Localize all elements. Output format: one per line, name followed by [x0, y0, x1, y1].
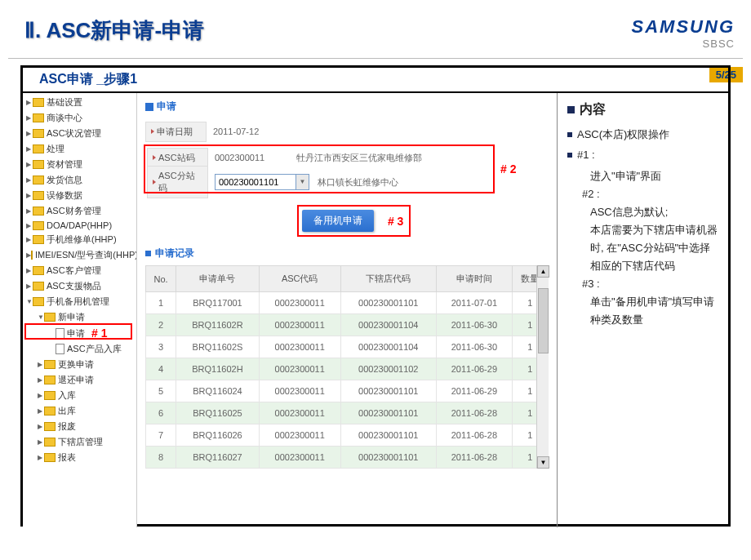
sidebar-item-8[interactable]: ▶DOA/DAP(HHP) — [23, 219, 136, 232]
sidebar-item-19[interactable]: ▶入库 — [23, 388, 136, 403]
table-cell: 0002300011 — [259, 380, 340, 402]
sidebar-item-label: 申请 — [67, 327, 85, 340]
table-row[interactable]: 1BRQ11700100023000110002300011012011-07-… — [146, 292, 549, 314]
sidebar-item-17[interactable]: ▶更换申请 — [23, 357, 136, 372]
sidebar-item-20[interactable]: ▶出库 — [23, 403, 136, 419]
table-cell: 2011-06-28 — [436, 402, 512, 424]
folder-icon — [33, 98, 44, 107]
sidebar-item-18[interactable]: ▶退还申请 — [23, 372, 136, 388]
right-item-1: #1 : — [577, 147, 718, 164]
value-date: 2011-07-12 — [207, 123, 265, 140]
sidebar-item-3[interactable]: ▶处理 — [23, 141, 136, 157]
chevron-down-icon: ▼ — [38, 313, 44, 321]
sidebar-item-label: 处理 — [47, 143, 64, 155]
sidebar-item-label: 资材管理 — [47, 158, 82, 171]
input-asc-sub[interactable] — [215, 174, 296, 190]
sidebar-item-9[interactable]: ▶手机维修单(HHP) — [23, 232, 136, 247]
sidebar-item-15[interactable]: 申请# 1 — [23, 325, 136, 341]
sidebar-item-label: 手机维修单(HHP) — [47, 233, 117, 246]
chevron-right-icon: ▶ — [38, 454, 44, 461]
sidebar-item-label: 发货信息 — [47, 174, 82, 186]
right-sub-1: 进入"申请"界面 — [567, 167, 718, 185]
table-cell: 000230001101 — [340, 402, 436, 424]
folder-icon — [44, 376, 56, 384]
folder-icon — [31, 251, 33, 260]
sidebar-item-label: 更换申请 — [58, 358, 94, 371]
sidebar-item-22[interactable]: ▶下辖店管理 — [23, 434, 136, 450]
scroll-down-button[interactable]: ▼ — [537, 456, 549, 469]
sidebar-item-label: ASC状况管理 — [47, 127, 101, 140]
value-asc-desc: 牡丹江市西安区三优家电维修部 — [290, 149, 429, 167]
page-title: Ⅱ. ASC新申请-申请 — [24, 16, 632, 45]
sidebar-item-16[interactable]: ASC产品入库 — [23, 341, 136, 357]
sidebar-item-2[interactable]: ▶ASC状况管理 — [23, 126, 136, 141]
folder-icon — [33, 160, 44, 169]
chevron-right-icon: ▶ — [38, 392, 44, 399]
sidebar-item-label: IMEI/ESN/型号查询(HHP) — [35, 249, 137, 261]
sidebar-item-label: 下辖店管理 — [58, 436, 103, 448]
table-row[interactable]: 4BRQ11602H00023000110002300011022011-06-… — [146, 358, 549, 380]
sidebar-item-4[interactable]: ▶资材管理 — [23, 157, 136, 172]
table-cell: 000230001104 — [340, 336, 436, 358]
chevron-right-icon: ▶ — [26, 161, 33, 168]
sidebar-item-14[interactable]: ▼新申请 — [23, 309, 136, 325]
scroll-up-button[interactable]: ▲ — [537, 265, 549, 278]
sidebar-item-11[interactable]: ▶ASC客户管理 — [23, 263, 136, 278]
sidebar-item-label: 手机备用机管理 — [47, 296, 109, 308]
sidebar-item-label: ASC产品入库 — [67, 343, 122, 355]
table-cell: 000230001104 — [340, 314, 436, 336]
table-row[interactable]: 7BRQ11602600023000110002300011012011-06-… — [146, 424, 549, 447]
folder-icon — [44, 360, 56, 369]
table-row[interactable]: 8BRQ11602700023000110002300011012011-06-… — [146, 447, 549, 469]
sidebar-item-5[interactable]: ▶发货信息 — [23, 172, 136, 188]
table-row[interactable]: 6BRQ11602500023000110002300011012011-06-… — [146, 402, 549, 424]
chevron-right-icon: ▶ — [26, 114, 33, 122]
table-cell: 2 — [146, 314, 176, 336]
sidebar-item-23[interactable]: ▶报表 — [23, 450, 136, 465]
scrollbar[interactable]: ▲ ▼ — [536, 265, 549, 469]
table-cell: 000230001101 — [340, 292, 436, 314]
table-header: No. — [146, 266, 176, 292]
sidebar-item-12[interactable]: ▶ASC支援物品 — [23, 278, 136, 294]
table-header: 申请单号 — [176, 266, 260, 292]
table-row[interactable]: 2BRQ11602R00023000110002300011042011-06-… — [146, 314, 549, 336]
sidebar-item-7[interactable]: ▶ASC财务管理 — [23, 203, 136, 219]
table-cell: 000230001101 — [340, 380, 436, 402]
chevron-right-icon: ▶ — [26, 267, 33, 274]
chevron-right-icon: ▶ — [26, 130, 33, 137]
folder-icon — [33, 266, 44, 275]
table-row[interactable]: 3BRQ11602S00023000110002300011042011-06-… — [146, 336, 549, 358]
scroll-thumb[interactable] — [538, 288, 549, 353]
table-cell: 8 — [146, 447, 176, 469]
chevron-right-icon: ▶ — [26, 145, 33, 153]
chevron-right-icon: ▶ — [26, 176, 33, 184]
chevron-right-icon: ▶ — [26, 282, 33, 290]
dropdown-button[interactable]: ▼ — [296, 174, 309, 190]
sidebar-item-13[interactable]: ▼手机备用机管理 — [23, 294, 136, 309]
sidebar-item-1[interactable]: ▶商谈中心 — [23, 110, 136, 126]
sidebar-item-21[interactable]: ▶报废 — [23, 419, 136, 434]
table-cell: BRQ116025 — [176, 402, 260, 424]
folder-icon — [33, 221, 44, 230]
right-sub-2b: 本店需要为下辖店申请机器时, 在"ASC分站码"中选择相应的下辖店代码 — [567, 221, 718, 275]
table-row[interactable]: 5BRQ11602400023000110002300011012011-06-… — [146, 380, 549, 402]
apply-button[interactable]: 备用机申请 — [302, 210, 374, 232]
chevron-right-icon: ▶ — [26, 236, 33, 243]
label-asc-code: ASC站码 — [147, 148, 208, 168]
chevron-right-icon: ▶ — [38, 438, 44, 446]
list-title: 申请记录 — [155, 247, 194, 260]
sidebar-item-10[interactable]: ▶IMEI/ESN/型号查询(HHP) — [23, 247, 136, 263]
table-cell: 1 — [146, 292, 176, 314]
folder-icon — [33, 235, 44, 244]
sidebar-item-6[interactable]: ▶误修数据 — [23, 188, 136, 203]
sidebar-item-label: ASC财务管理 — [47, 205, 101, 217]
table-cell: 000230001102 — [340, 358, 436, 380]
folder-icon — [44, 422, 56, 431]
sidebar-item-label: 入库 — [58, 389, 76, 402]
folder-icon — [33, 191, 44, 200]
chevron-right-icon: ▶ — [26, 222, 33, 229]
folder-icon — [44, 391, 56, 400]
right-item-0: ASC(本店)权限操作 — [577, 127, 718, 144]
folder-icon — [44, 313, 56, 322]
sidebar-item-0[interactable]: ▶基础设置 — [23, 95, 136, 110]
